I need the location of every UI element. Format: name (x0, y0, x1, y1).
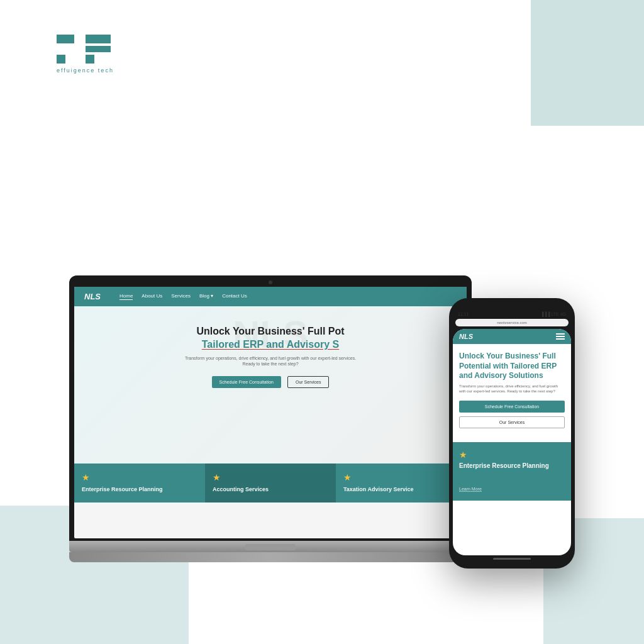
phone-nav: NLS (453, 329, 571, 344)
phone-learn-more[interactable]: Learn More (459, 487, 482, 492)
laptop-hero-headline-colored: Tailored ERP and Advisory S (202, 339, 339, 350)
phone-status-bar: 11:11 ▐▐▐ LTE 4G (453, 312, 571, 319)
service-star-accounting: ★ (213, 472, 328, 482)
phone-frame: 11:11 ▐▐▐ LTE 4G nextivservice.com NLS (449, 298, 575, 569)
phone-service-title: Enterprise Resource Planning (459, 462, 565, 469)
laptop-nav-about[interactable]: About Us (142, 293, 162, 300)
laptop-services: ★ Enterprise Resource Planning ★ Account… (74, 464, 467, 502)
phone-url-bar: nextivservice.com (455, 319, 569, 326)
logo-block-5 (86, 55, 94, 64)
laptop-nav-contact[interactable]: Contact Us (222, 293, 247, 300)
laptop-camera (269, 280, 272, 284)
laptop-nav-brand: NLS (84, 292, 101, 301)
company-name: effuigence tech (57, 67, 114, 74)
hamburger-line-1 (556, 333, 565, 335)
phone-signal: ▐▐▐ LTE 4G (541, 312, 566, 316)
laptop-hero: NLS Unlock Your Business' Full Pot Tailo… (74, 306, 467, 464)
phone-service-star: ★ (459, 450, 565, 460)
phone-nav-brand: NLS (459, 333, 473, 340)
phone-notch (493, 304, 531, 309)
phone-home-indicator (493, 558, 531, 560)
laptop-hero-buttons: Schedule Free Consultation Our Services (87, 376, 454, 388)
service-card-accounting[interactable]: ★ Accounting Services (205, 464, 336, 502)
laptop-mockup: NLS Home About Us Services Blog ▾ Contac… (69, 275, 472, 562)
laptop-nav-home[interactable]: Home (119, 293, 133, 300)
service-title-taxation: Taxation Advisory Service (343, 486, 459, 494)
laptop-nav-blog[interactable]: Blog ▾ (199, 293, 213, 300)
laptop-hero-body: Transform your operations, drive efficie… (182, 355, 358, 368)
phone-time: 11:11 (458, 312, 469, 316)
phone-screen: NLS Unlock Your Business' Full Potential… (453, 329, 571, 555)
logo-icon (57, 35, 114, 64)
laptop-cta-secondary[interactable]: Our Services (287, 376, 329, 388)
laptop-hero-headline: Unlock Your Business' Full Pot Tailored … (87, 325, 454, 352)
logo-block-4 (57, 55, 65, 64)
logo-block-2 (86, 35, 111, 43)
laptop-trackpad (245, 544, 296, 550)
laptop-screen: NLS Home About Us Services Blog ▾ Contac… (74, 287, 467, 538)
service-title-accounting: Accounting Services (213, 486, 328, 494)
laptop-base (69, 541, 472, 552)
hamburger-line-3 (556, 338, 565, 340)
service-title-erp: Enterprise Resource Planning (82, 486, 197, 494)
devices-showcase: NLS Home About Us Services Blog ▾ Contac… (38, 101, 606, 581)
company-logo: effuigence tech (57, 35, 114, 74)
phone-cta-primary[interactable]: Schedule Free Consultation (459, 401, 565, 413)
laptop-cta-primary[interactable]: Schedule Free Consultation (212, 376, 281, 388)
phone-service-card-erp[interactable]: ★ Enterprise Resource Planning Learn Mor… (453, 442, 571, 501)
phone-cta-secondary[interactable]: Our Services (459, 416, 565, 428)
laptop-nav-services[interactable]: Services (171, 293, 191, 300)
service-star-erp: ★ (82, 472, 197, 482)
logo-block-3 (86, 46, 111, 52)
phone-hero-headline: Unlock Your Business' Full Potential wit… (459, 352, 565, 381)
service-card-taxation[interactable]: ★ Taxation Advisory Service (336, 464, 467, 502)
service-star-taxation: ★ (343, 472, 459, 482)
logo-block-1 (57, 35, 74, 43)
phone-hero: Unlock Your Business' Full Potential wit… (453, 344, 571, 442)
hamburger-line-2 (556, 336, 565, 337)
laptop-foot (69, 552, 472, 562)
phone-mockup: 11:11 ▐▐▐ LTE 4G nextivservice.com NLS (449, 298, 575, 569)
phone-hero-body: Transform your operations, drive efficie… (459, 384, 565, 394)
laptop-nav-links: Home About Us Services Blog ▾ Contact Us (119, 293, 247, 300)
laptop-frame: NLS Home About Us Services Blog ▾ Contac… (69, 275, 472, 541)
laptop-website-nav: NLS Home About Us Services Blog ▾ Contac… (74, 287, 467, 306)
service-card-erp[interactable]: ★ Enterprise Resource Planning (74, 464, 205, 502)
hamburger-icon[interactable] (556, 333, 565, 340)
